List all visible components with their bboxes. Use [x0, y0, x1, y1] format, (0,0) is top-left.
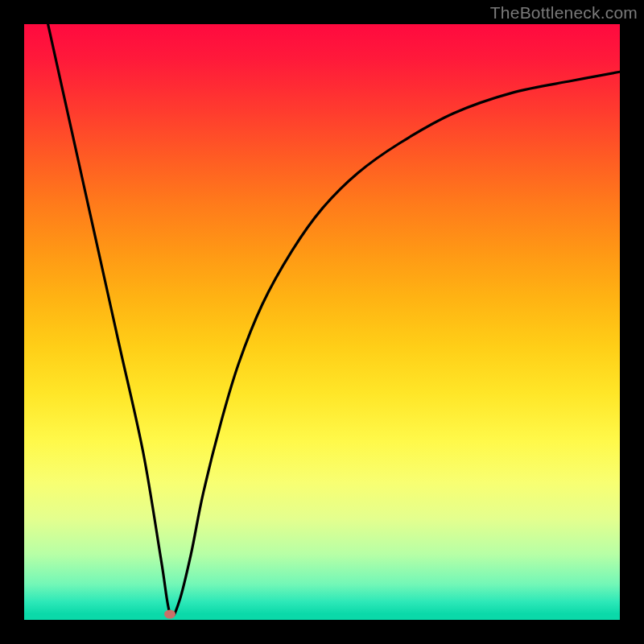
chart-plot-area — [24, 24, 620, 620]
chart-frame: TheBottleneck.com — [0, 0, 644, 644]
bottleneck-curve — [48, 24, 620, 617]
chart-marker-dot — [164, 609, 175, 618]
watermark-text: TheBottleneck.com — [490, 3, 638, 23]
chart-curve-svg — [24, 24, 620, 620]
